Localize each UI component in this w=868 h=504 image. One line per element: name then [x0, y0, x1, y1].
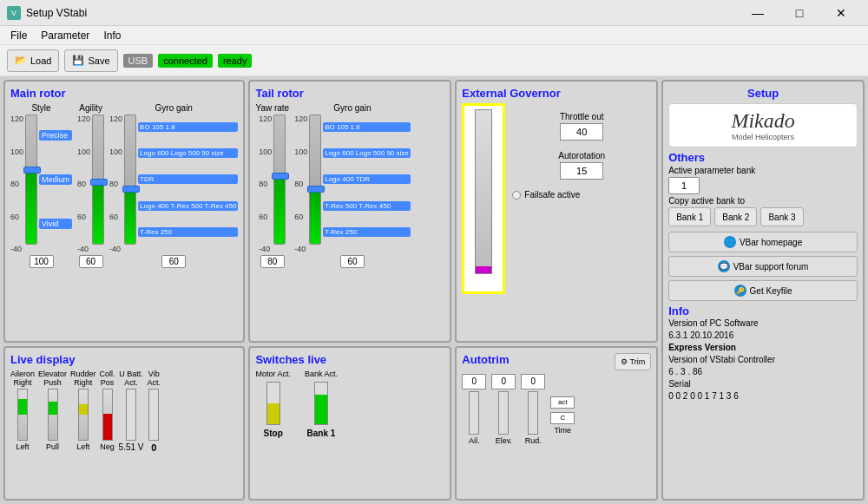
- bank1-button[interactable]: Bank 1: [668, 207, 711, 226]
- preset-precise[interactable]: Precise: [39, 130, 72, 141]
- bank2-button[interactable]: Bank 2: [714, 207, 757, 226]
- gov-slider-area[interactable]: [462, 103, 505, 294]
- setup-panel: Setup Mikado Model Helicopters Others Ac…: [661, 80, 865, 501]
- autotrim-header: Autotrim ⚙ Trim: [462, 353, 651, 370]
- gyro-preset-tdr[interactable]: TDR: [138, 174, 238, 184]
- menu-file[interactable]: File: [3, 28, 34, 43]
- info-section: Info Version of PC Software 6.3.1 20.10.…: [668, 304, 858, 403]
- ail-trim-track[interactable]: [469, 391, 479, 435]
- agility-value: 60: [79, 255, 103, 268]
- elev-trim-col: 0 Elev.: [491, 374, 516, 445]
- preset-medium[interactable]: Medium: [39, 174, 72, 185]
- tail-gyro-trex250[interactable]: T-Rex 250: [323, 227, 411, 237]
- vbar-support-button[interactable]: 💬 VBar support forum: [668, 256, 858, 277]
- ubatt-track: [126, 389, 136, 441]
- version-vstabi-value: 6 . 3 . 86: [668, 366, 858, 378]
- others-section-title: Others: [668, 151, 858, 164]
- tail-gyro-slider[interactable]: [309, 115, 321, 245]
- yaw-rate-label: Yaw rate: [255, 103, 289, 113]
- load-button[interactable]: 📂 Load: [7, 49, 59, 72]
- tail-gyro-trex500[interactable]: T-Rex 500 T-Rex 450: [323, 201, 411, 212]
- gyro-scale: 1201008060-40: [109, 115, 122, 253]
- gyro-preset-trex250[interactable]: T-Rex 250: [138, 227, 238, 237]
- act-checkbox[interactable]: act: [550, 396, 575, 409]
- motor-fill: [267, 403, 279, 424]
- c-button[interactable]: C: [550, 412, 575, 424]
- bank-switch-track[interactable]: [314, 382, 328, 425]
- load-icon: 📂: [15, 55, 27, 66]
- main-rotor-title: Main rotor: [10, 87, 238, 100]
- trim-button[interactable]: ⚙ Trim: [615, 353, 651, 370]
- gyro-preset-logo600[interactable]: Logo 600 Logo 500 90 size: [138, 148, 238, 159]
- rud-trim-label: Rud.: [525, 436, 542, 445]
- ext-gov-content: Throttle out 40 Autorotation 15 Failsafe…: [462, 103, 651, 294]
- motor-switch-col: Motor Act. Stop: [255, 370, 291, 438]
- yaw-value: 80: [260, 255, 285, 268]
- elev-trim-value: 0: [491, 374, 516, 389]
- collective-bottom-label: Neg: [100, 442, 115, 451]
- rud-trim-col: 0 Rud.: [521, 374, 545, 445]
- maximize-button[interactable]: □: [779, 1, 819, 25]
- ubatt-top-label: U Batt.Act.: [119, 370, 143, 387]
- get-keyfile-button[interactable]: 🔑 Get Keyfile: [668, 280, 858, 301]
- globe-icon: 🌐: [724, 236, 736, 248]
- motor-status: Stop: [264, 429, 283, 438]
- ail-trim-col: 0 Ail.: [462, 374, 486, 445]
- tail-gyro-bo105[interactable]: BO 105 1.8: [323, 122, 411, 132]
- style-slider[interactable]: [25, 115, 37, 245]
- copy-bank-label: Copy active bank to: [668, 196, 858, 206]
- rudder-bottom-label: Left: [76, 442, 89, 451]
- preset-vivid[interactable]: Vivid: [39, 219, 72, 229]
- vib-top-label: VibAct.: [148, 370, 161, 387]
- save-button[interactable]: 💾 Save: [64, 49, 117, 72]
- bank-status: Bank 1: [307, 429, 336, 438]
- tail-gyro-logo600[interactable]: Logo 600 Logo 500 90 size: [323, 148, 411, 159]
- switches-content: Motor Act. Stop Bank Act. Bank 1: [255, 370, 444, 438]
- bank3-button[interactable]: Bank 3: [760, 207, 803, 226]
- elevator-track[interactable]: [48, 389, 58, 441]
- main-content: Main rotor Style 1201008060-40: [0, 76, 868, 504]
- ext-governor-panel: External Governor Throttle out 40 Autoro…: [455, 80, 658, 343]
- active-bank-input[interactable]: [668, 177, 700, 194]
- tail-gyro-scale: 1201008060-40: [294, 115, 307, 253]
- yaw-slider[interactable]: [273, 115, 286, 245]
- gyro-slider[interactable]: [124, 115, 136, 245]
- gyro-preset-bo105[interactable]: BO 105 1.8: [138, 122, 238, 132]
- elev-trim-track[interactable]: [498, 391, 509, 435]
- rud-trim-track[interactable]: [528, 391, 538, 435]
- rud-trim-value: 0: [521, 374, 545, 389]
- failsafe-radio[interactable]: [512, 191, 521, 200]
- rudder-col: RudderRight Left: [70, 370, 96, 453]
- elevator-bottom-label: Pull: [46, 442, 59, 451]
- menu-parameter[interactable]: Parameter: [34, 28, 96, 43]
- menu-info[interactable]: Info: [96, 28, 128, 43]
- autorotation-value: 15: [560, 162, 603, 180]
- style-scale: 1201008060-40: [10, 115, 23, 253]
- gyro-preset-logo400[interactable]: Logo 400 T-Rex 500 T-Rex 450: [138, 201, 238, 212]
- gov-slider-track[interactable]: [475, 109, 492, 274]
- close-button[interactable]: ✕: [821, 1, 861, 25]
- vbar-homepage-button[interactable]: 🌐 VBar homepage: [668, 232, 858, 252]
- usb-label: USB: [123, 54, 154, 68]
- style-value: 100: [30, 255, 54, 268]
- vib-bottom-label: 0: [151, 442, 156, 453]
- mikado-logo: Mikado Model Helicopters: [668, 103, 858, 147]
- bank-switch-label: Bank Act.: [305, 370, 338, 378]
- tail-gyro-logo400[interactable]: Logo 400 TDR: [323, 174, 411, 184]
- agility-scale: 1201008060-40: [77, 115, 90, 253]
- motor-switch-track[interactable]: [266, 382, 280, 425]
- aileron-track[interactable]: [17, 389, 28, 441]
- autotrim-panel: Autotrim ⚙ Trim 0 Ail. 0 Elev. 0 Rud.: [455, 346, 658, 501]
- agility-slider[interactable]: [92, 115, 104, 245]
- agility-label: Agility: [79, 103, 102, 113]
- main-rotor-panel: Main rotor Style 1201008060-40: [3, 80, 245, 343]
- elevator-top-label: ElevatorPush: [38, 370, 67, 387]
- collective-track[interactable]: [102, 389, 113, 441]
- gyro-value: 60: [161, 255, 186, 268]
- title-bar: V Setup VStabi — □ ✕: [0, 0, 868, 26]
- minimize-button[interactable]: —: [738, 1, 778, 25]
- rudder-track[interactable]: [78, 389, 89, 441]
- serial-label: Serial: [668, 378, 858, 390]
- motor-switch-label: Motor Act.: [255, 370, 291, 378]
- aileron-top-label: AileronRight: [10, 370, 35, 387]
